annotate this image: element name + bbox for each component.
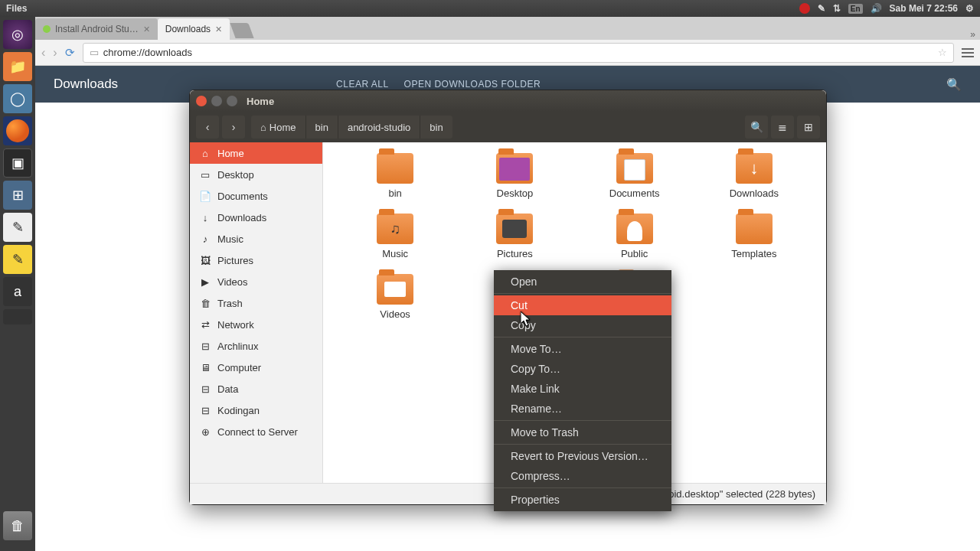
close-tab-icon[interactable]: ✕ (215, 24, 222, 34)
folder-music[interactable]: Music (338, 214, 452, 260)
folder-documents[interactable]: Documents (578, 153, 691, 200)
network-icon: ⇄ (199, 318, 211, 331)
ctx-copy-to[interactable]: Copy To… (494, 359, 671, 379)
sidebar-item-computer[interactable]: 🖥Computer (190, 357, 322, 378)
forward-button[interactable]: › (53, 46, 57, 60)
search-button[interactable]: 🔍 (745, 116, 768, 139)
nav-back-button[interactable]: ‹ (196, 116, 219, 139)
separator (494, 487, 671, 488)
back-button[interactable]: ‹ (41, 46, 45, 60)
open-downloads-folder-button[interactable]: OPEN DOWNLOADS FOLDER (404, 79, 541, 90)
app-launcher-icon[interactable]: ⊞ (3, 181, 32, 210)
sidebar-item-downloads[interactable]: ↓Downloads (190, 207, 322, 228)
folder-icon (616, 153, 653, 184)
sidebar-item-documents[interactable]: 📄Documents (190, 185, 322, 207)
connect-icon: ⊕ (199, 425, 211, 438)
top-menubar: Files ✎ ⇅ En 🔊 Sab Mei 7 22:56 ⚙ (0, 0, 980, 17)
grid-view-button[interactable]: ⊞ (797, 116, 820, 139)
reload-button[interactable]: ⟳ (65, 46, 75, 60)
path-segment-home[interactable]: ⌂ Home (251, 116, 306, 139)
chromium-launcher-icon[interactable]: ◯ (3, 84, 32, 113)
favicon-icon (43, 25, 51, 33)
nautilus-sidebar: ⌂Home ▭Desktop 📄Documents ↓Downloads ♪Mu… (190, 142, 323, 483)
network-icon[interactable]: ⇅ (833, 3, 841, 14)
unity-launcher: ◎ 📁 ◯ ▣ ⊞ ✎ ✎ a 🗑 (0, 17, 35, 551)
window-maximize-button[interactable] (227, 96, 237, 106)
chrome-menu-icon[interactable] (962, 48, 974, 57)
sidebar-item-videos[interactable]: ▶Videos (190, 271, 322, 292)
tab-install-android[interactable]: Install Android Stu… ✕ (35, 18, 158, 40)
search-icon[interactable]: 🔍 (946, 77, 962, 92)
record-icon[interactable] (799, 3, 810, 14)
path-segment[interactable]: android-studio (338, 116, 420, 139)
downloads-title: Downloads (54, 77, 118, 92)
trash-launcher-icon[interactable]: 🗑 (3, 511, 32, 540)
ctx-properties[interactable]: Properties (494, 490, 671, 510)
home-icon: ⌂ (199, 147, 211, 159)
sidebar-item-desktop[interactable]: ▭Desktop (190, 164, 322, 185)
sidebar-item-data[interactable]: ⊟Data (190, 378, 322, 399)
gedit-launcher-icon[interactable]: ✎ (3, 213, 32, 242)
sidebar-item-kodingan[interactable]: ⊟Kodingan (190, 399, 322, 421)
settings-gear-icon[interactable]: ⚙ (965, 3, 974, 14)
volume-icon[interactable]: 🔊 (871, 3, 882, 14)
window-titlebar[interactable]: Home (190, 90, 826, 112)
folder-videos[interactable]: Videos (338, 274, 452, 330)
ctx-revert[interactable]: Revert to Previous Version… (494, 446, 671, 466)
folder-public[interactable]: Public (578, 214, 691, 260)
ctx-compress[interactable]: Compress… (494, 466, 671, 486)
new-tab-button[interactable] (230, 23, 253, 38)
window-close-button[interactable] (196, 96, 207, 106)
dash-icon[interactable]: ◎ (3, 20, 32, 49)
sidebar-item-network[interactable]: ⇄Network (190, 314, 322, 335)
path-segment[interactable]: bin (306, 116, 338, 139)
keyboard-indicator[interactable]: En (848, 4, 863, 14)
nav-forward-button[interactable]: › (222, 116, 245, 139)
bookmark-star-icon[interactable]: ☆ (938, 47, 947, 58)
page-icon: ▭ (90, 47, 99, 58)
edit-icon[interactable]: ✎ (818, 3, 825, 14)
app3-launcher-icon[interactable] (3, 309, 32, 324)
firefox-launcher-icon[interactable] (3, 116, 32, 145)
download-icon: ↓ (199, 211, 211, 223)
files-launcher-icon[interactable]: 📁 (3, 52, 32, 81)
sidebar-item-pictures[interactable]: 🖼Pictures (190, 249, 322, 271)
menubar-app[interactable]: Files (6, 3, 27, 14)
separator (494, 444, 671, 445)
tabbar-overflow-icon[interactable]: » (965, 29, 980, 40)
sidebar-item-connect[interactable]: ⊕Connect to Server (190, 421, 322, 442)
ctx-trash[interactable]: Move to Trash (494, 422, 671, 442)
close-tab-icon[interactable]: ✕ (143, 24, 150, 34)
app2-launcher-icon[interactable]: a (3, 277, 32, 306)
ctx-move-to[interactable]: Move To… (494, 339, 671, 359)
notes-launcher-icon[interactable]: ✎ (3, 245, 32, 274)
ctx-open[interactable]: Open (494, 272, 671, 292)
omnibox[interactable]: ▭ chrome://downloads ☆ (83, 43, 954, 63)
context-menu: Open Cut Copy Move To… Copy To… Make Lin… (494, 270, 671, 511)
separator (494, 337, 671, 337)
ctx-make-link[interactable]: Make Link (494, 379, 671, 399)
sidebar-item-music[interactable]: ♪Music (190, 228, 322, 249)
list-view-button[interactable]: ≣ (771, 116, 794, 139)
terminal-launcher-icon[interactable]: ▣ (3, 148, 32, 178)
drive-icon: ⊟ (199, 340, 211, 352)
folder-icon (496, 153, 533, 184)
sidebar-item-trash[interactable]: 🗑Trash (190, 292, 322, 314)
clear-all-button[interactable]: CLEAR ALL (336, 79, 389, 90)
tab-bar: Install Android Stu… ✕ Downloads ✕ » (35, 17, 980, 40)
ctx-rename[interactable]: Rename… (494, 399, 671, 419)
folder-bin[interactable]: bin (338, 153, 452, 200)
tab-downloads[interactable]: Downloads ✕ (158, 18, 230, 40)
folder-pictures[interactable]: Pictures (458, 214, 571, 260)
clock[interactable]: Sab Mei 7 22:56 (890, 3, 958, 14)
sidebar-item-archlinux[interactable]: ⊟Archlinux (190, 335, 322, 357)
folder-desktop[interactable]: Desktop (458, 153, 571, 200)
path-segment[interactable]: bin (420, 116, 452, 139)
folder-downloads[interactable]: Downloads (697, 153, 811, 200)
folder-templates[interactable]: Templates (697, 214, 811, 260)
window-minimize-button[interactable] (211, 96, 222, 106)
folder-icon (377, 274, 413, 305)
folder-icon (496, 214, 533, 244)
sidebar-item-home[interactable]: ⌂Home (190, 142, 322, 164)
drive-icon: ⊟ (199, 404, 211, 416)
